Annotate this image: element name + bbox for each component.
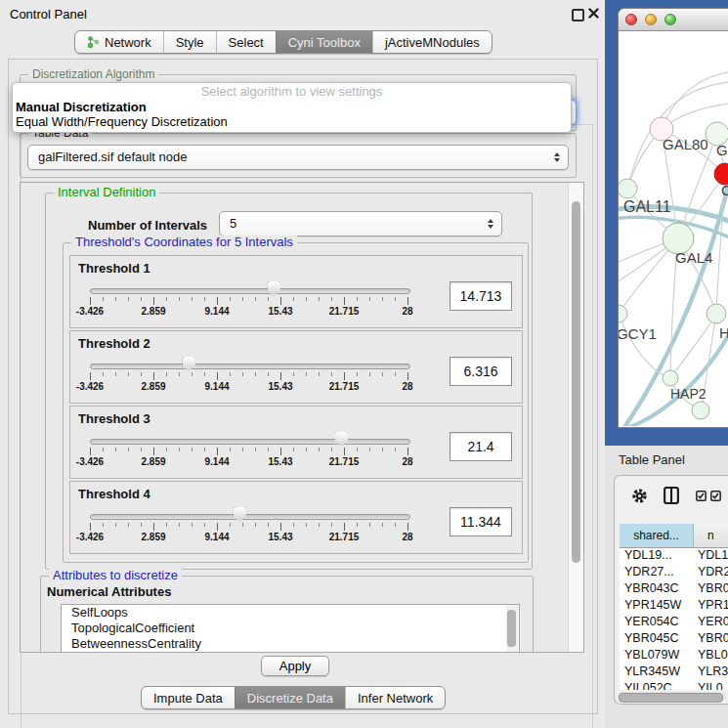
table-row[interactable]: YBR045CYBR0 [620, 631, 728, 648]
numerical-attributes-list[interactable]: SelfLoopsTopologicalCoefficientBetweenne… [61, 604, 520, 653]
cell-shared-name: YBL079W [620, 648, 693, 664]
node-label: GAL11 [623, 198, 671, 215]
major-tick [280, 297, 281, 305]
table-row[interactable]: YPR145WYPR1 [620, 598, 728, 615]
tick-label: 2.859 [141, 456, 165, 467]
tick-label: -3.426 [76, 306, 104, 317]
threshold-value-field[interactable]: 14.713 [450, 281, 512, 311]
table-row[interactable]: YBR043CYBR0 [620, 581, 728, 598]
tick-label: 21.715 [329, 456, 360, 467]
network-node-gcy1[interactable] [619, 305, 627, 322]
cell-shared-name: YPR145W [620, 598, 693, 615]
table-data-combobox[interactable]: galFiltered.sif default node [27, 145, 569, 170]
network-node[interactable] [692, 402, 709, 419]
minimize-traffic-light-icon[interactable] [645, 14, 657, 25]
major-tick [407, 448, 408, 455]
column-header-name[interactable]: n [694, 524, 728, 547]
mode-tab-impute-data[interactable]: Impute Data [142, 687, 235, 708]
attribute-list-item[interactable]: SelfLoops [62, 605, 519, 621]
tab-style[interactable]: Style [163, 31, 216, 53]
cell-shared-name: YER054C [620, 615, 693, 631]
node-label: HAP2 [670, 386, 707, 402]
threshold-value-field[interactable]: 11.344 [450, 507, 512, 536]
attribute-list-item[interactable]: TopologicalCoefficient [62, 621, 519, 636]
numerical-attributes-label: Numerical Attributes [47, 584, 171, 599]
network-node-gal11[interactable] [619, 179, 637, 198]
cell-name: YBL0 [693, 648, 728, 664]
mode-tab-label: Discretize Data [247, 691, 333, 706]
control-panel-titlebar: Control Panel [0, 0, 605, 27]
major-tick [153, 372, 154, 380]
table-row[interactable]: YDL19...YDL1 [620, 548, 728, 565]
network-canvas[interactable]: GAL80GACGAL11GAL4GCY1HHAP2 [619, 31, 728, 426]
mode-tab-infer-network[interactable]: Infer Network [345, 687, 445, 708]
split-column-icon[interactable] [664, 487, 679, 504]
close-icon[interactable] [588, 8, 599, 19]
mode-tab-discretize-data[interactable]: Discretize Data [235, 687, 345, 708]
column-header-shared-name[interactable]: shared... [620, 524, 694, 547]
table-row[interactable]: YER054CYER0 [620, 615, 728, 631]
tab-jactivemnodules[interactable]: jActiveMNodules [372, 31, 492, 53]
major-tick [217, 372, 218, 380]
number-of-intervals-value: 5 [230, 212, 236, 236]
checkbox-checked-icon[interactable] [710, 491, 721, 501]
attribute-list-item[interactable]: BetweennessCentrality [62, 636, 519, 652]
threshold-label: Threshold 2 [78, 336, 150, 351]
tick-label: 28 [402, 456, 412, 467]
major-tick [153, 523, 154, 531]
list-scrollbar[interactable] [506, 605, 518, 653]
dropdown-option-equal-width[interactable]: Equal Width/Frequency Discretization [13, 114, 571, 129]
threshold-panel-4: Threshold 4-3.4262.8599.14415.4321.71528… [69, 481, 523, 554]
tick-label: 21.715 [329, 381, 360, 392]
thresholds-group: Threshold's Coordinates for 5 Intervals … [63, 242, 529, 563]
vertical-scrollbar[interactable] [568, 183, 583, 652]
scrollbar-thumb[interactable] [572, 201, 580, 563]
major-tick [90, 297, 91, 305]
cell-name: YBR0 [693, 631, 728, 648]
table-row[interactable]: YDR27...YDR2 [620, 565, 728, 581]
table-row[interactable]: YLR345WYLR3 [620, 664, 728, 681]
slider-tick-labels: -3.4262.8599.14415.4321.71528 [90, 456, 409, 468]
tab-cyni-toolbox[interactable]: Cyni Toolbox [276, 31, 372, 53]
cell-name: YIL0 [693, 681, 728, 690]
attributes-group: Attributes to discretize Numerical Attri… [40, 576, 534, 653]
slider-track[interactable] [90, 439, 410, 445]
network-node-h[interactable] [707, 304, 726, 323]
gear-icon[interactable] [631, 488, 648, 504]
slider-track[interactable] [90, 514, 410, 520]
network-window[interactable]: GAL80GACGAL11GAL4GCY1HHAP2 [618, 8, 728, 428]
major-tick [217, 297, 218, 305]
close-traffic-light-icon[interactable] [625, 14, 637, 25]
network-node-hap2[interactable] [663, 370, 678, 386]
thresholds-legend: Threshold's Coordinates for 5 Intervals [71, 236, 297, 249]
slider-track[interactable] [90, 288, 410, 294]
application-window: Control Panel NetworkStyleSelectCyni Too… [0, 0, 728, 728]
tab-label: Network [105, 35, 151, 50]
apply-button[interactable]: Apply [261, 656, 329, 676]
tick-label: 28 [402, 532, 412, 542]
checkbox-checked-icon[interactable] [696, 491, 707, 501]
tab-select[interactable]: Select [216, 31, 276, 53]
scrollbar-thumb[interactable] [619, 693, 723, 703]
threshold-value-field[interactable]: 21.4 [450, 432, 512, 461]
settings-scrollpane: Interval Definition Number of Intervals … [20, 182, 584, 653]
algorithm-dropdown: Select algorithm to view settings Manual… [12, 82, 572, 133]
threshold-value-field[interactable]: 6.316 [450, 357, 512, 386]
threshold-label: Threshold 4 [78, 487, 150, 501]
table-panel-title: Table Panel [619, 452, 685, 467]
tick-label: 28 [402, 381, 412, 392]
tab-network[interactable]: Network [75, 31, 163, 53]
slider-ticks [90, 372, 409, 380]
horizontal-scrollbar[interactable] [618, 692, 726, 701]
table-row[interactable]: YIL052CYIL0 [620, 681, 728, 690]
table-row[interactable]: YBL079WYBL0 [620, 648, 728, 664]
major-tick [344, 523, 345, 531]
tick-label: 9.144 [204, 532, 229, 542]
number-of-intervals-combobox[interactable]: 5 [219, 211, 502, 236]
dropdown-option-manual[interactable]: Manual Discretization [13, 100, 571, 114]
tab-label: Cyni Toolbox [288, 35, 361, 50]
threshold-label: Threshold 1 [78, 261, 150, 276]
zoom-traffic-light-icon[interactable] [664, 14, 676, 25]
slider-track[interactable] [90, 364, 410, 369]
float-icon[interactable] [572, 9, 584, 21]
